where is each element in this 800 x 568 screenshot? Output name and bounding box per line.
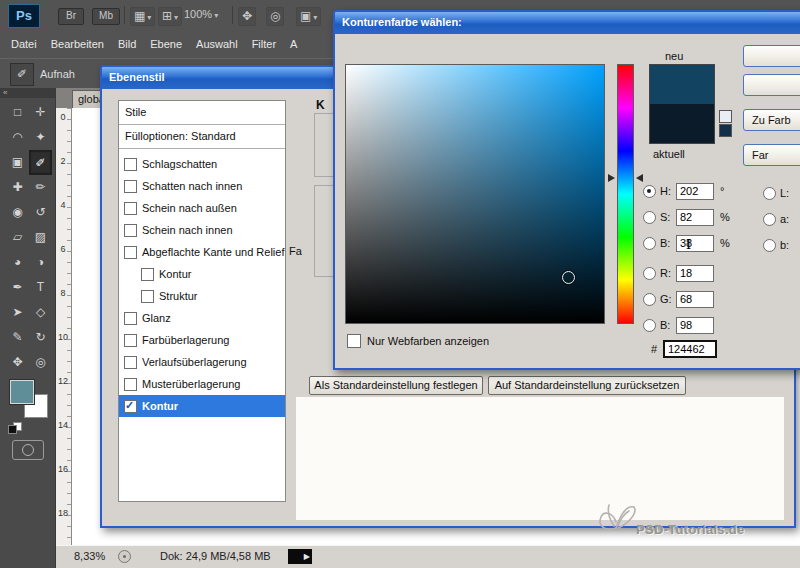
- menu-bild[interactable]: Bild: [111, 38, 143, 50]
- tool-pen[interactable]: ✒: [6, 275, 29, 300]
- minibridge-button[interactable]: Mb: [92, 8, 120, 25]
- hue-slider[interactable]: [617, 64, 634, 324]
- grid-guides-icon[interactable]: ⊞: [158, 7, 182, 26]
- hand-tool-icon[interactable]: ✥: [238, 7, 256, 26]
- checkbox-checked[interactable]: [124, 400, 137, 413]
- web-safe-color-chip[interactable]: [719, 124, 732, 137]
- make-default-button[interactable]: Als Standardeinstellung festlegen: [309, 376, 483, 395]
- style-item-kontur[interactable]: Kontur: [119, 395, 285, 417]
- saturation-input[interactable]: [676, 209, 714, 226]
- checkbox[interactable]: [141, 268, 154, 281]
- hue-input[interactable]: [676, 183, 714, 200]
- style-item-schein-nach-aussen[interactable]: Schein nach außen: [119, 197, 285, 219]
- style-item-schlagschatten[interactable]: Schlagschatten: [119, 153, 285, 175]
- ok-button[interactable]: [743, 45, 800, 67]
- tool-blur[interactable]: ◕: [6, 250, 29, 275]
- checkbox[interactable]: [124, 378, 137, 391]
- brightness-input[interactable]: [676, 235, 714, 252]
- view-extras-icon[interactable]: ▦: [130, 7, 155, 26]
- zoom-tool-icon[interactable]: ◎: [266, 7, 284, 26]
- color-field-marker[interactable]: [562, 271, 575, 284]
- lab-b-radio[interactable]: [763, 239, 776, 252]
- style-item-abgeflachte-kante[interactable]: Abgeflachte Kante und Relief: [119, 241, 285, 263]
- checkbox[interactable]: [141, 290, 154, 303]
- status-popup-arrow[interactable]: [288, 549, 312, 564]
- style-item-kontur-sub[interactable]: Kontur: [119, 263, 285, 285]
- checkbox[interactable]: [124, 202, 137, 215]
- saturation-brightness-field[interactable]: [345, 64, 605, 324]
- blending-options-item[interactable]: Fülloptionen: Standard: [119, 125, 285, 149]
- cancel-button[interactable]: [743, 74, 800, 96]
- tool-eraser[interactable]: ▱: [6, 225, 29, 250]
- green-radio[interactable]: [643, 293, 656, 306]
- checkbox[interactable]: [124, 356, 137, 369]
- checkbox[interactable]: [124, 246, 137, 259]
- saturation-radio[interactable]: [643, 211, 656, 224]
- style-item-glanz[interactable]: Glanz: [119, 307, 285, 329]
- blue-input[interactable]: [676, 317, 714, 334]
- checkbox[interactable]: [124, 334, 137, 347]
- green-input[interactable]: [676, 291, 714, 308]
- tool-brush[interactable]: ✏: [29, 175, 52, 200]
- tool-type[interactable]: T: [29, 275, 52, 300]
- tool-shape[interactable]: ◇: [29, 300, 52, 325]
- tool-hand[interactable]: ✥: [6, 350, 29, 375]
- tool-lasso[interactable]: ◠: [6, 125, 29, 150]
- tool-eyedropper[interactable]: ✐: [29, 150, 52, 175]
- panel-collapse-icon[interactable]: «: [0, 88, 55, 98]
- add-to-swatches-button[interactable]: Zu Farb: [743, 109, 800, 131]
- checkbox[interactable]: [124, 312, 137, 325]
- zoom-level-field[interactable]: 100%: [184, 8, 218, 20]
- menu-auswahl[interactable]: Auswahl: [189, 38, 245, 50]
- checkbox[interactable]: [124, 180, 137, 193]
- brightness-radio[interactable]: [643, 237, 656, 250]
- color-picker-title[interactable]: Konturenfarbe wählen:: [335, 12, 800, 34]
- tool-quick-selection[interactable]: ✦: [29, 125, 52, 150]
- color-libraries-button[interactable]: Far: [743, 144, 800, 166]
- tool-crop[interactable]: ▣: [6, 150, 29, 175]
- lab-l-radio[interactable]: [763, 187, 776, 200]
- menu-ebene[interactable]: Ebene: [143, 38, 189, 50]
- quick-mask-button[interactable]: [12, 440, 44, 460]
- red-input[interactable]: [676, 265, 714, 282]
- tool-path-selection[interactable]: ➤: [6, 300, 29, 325]
- hex-input[interactable]: [663, 340, 717, 358]
- hue-slider-arrow-left[interactable]: [608, 174, 615, 182]
- arrange-documents-icon[interactable]: ▣: [296, 7, 321, 26]
- tool-gradient[interactable]: ▨: [29, 225, 52, 250]
- menu-analyse-cut[interactable]: A: [283, 38, 304, 50]
- style-item-schein-nach-innen[interactable]: Schein nach innen: [119, 219, 285, 241]
- lab-a-radio[interactable]: [763, 213, 776, 226]
- menu-datei[interactable]: Datei: [4, 38, 44, 50]
- reset-default-button[interactable]: Auf Standardeinstellung zurücksetzen: [488, 376, 686, 395]
- style-item-verlaufsueberlagerung[interactable]: Verlaufsüberlagerung: [119, 351, 285, 373]
- menu-filter[interactable]: Filter: [245, 38, 283, 50]
- web-colors-checkbox[interactable]: [347, 334, 361, 348]
- foreground-color-swatch[interactable]: [10, 380, 34, 404]
- style-item-farbueberlagerung[interactable]: Farbüberlagerung: [119, 329, 285, 351]
- blue-radio[interactable]: [643, 319, 656, 332]
- checkbox[interactable]: [124, 224, 137, 237]
- tool-zoom[interactable]: ◎: [29, 350, 52, 375]
- statusbar-zoom-field[interactable]: 8,33%: [74, 550, 105, 562]
- tool-notes[interactable]: ✎: [6, 325, 29, 350]
- out-of-web-gamut-cube-icon[interactable]: [719, 110, 732, 123]
- tool-rectangular-marquee[interactable]: □: [6, 100, 29, 125]
- hue-slider-arrow-right[interactable]: [636, 174, 643, 182]
- hue-radio[interactable]: [643, 185, 656, 198]
- style-item-musterueberlagerung[interactable]: Musterüberlagerung: [119, 373, 285, 395]
- tool-history-brush[interactable]: ↺: [29, 200, 52, 225]
- current-color-swatch[interactable]: [650, 104, 714, 143]
- tool-move[interactable]: ✛: [29, 100, 52, 125]
- menu-bearbeiten[interactable]: Bearbeiten: [44, 38, 111, 50]
- checkbox[interactable]: [124, 158, 137, 171]
- tool-clone-stamp[interactable]: ◉: [6, 200, 29, 225]
- tool-dodge[interactable]: ◑: [29, 250, 52, 275]
- styles-header[interactable]: Stile: [119, 101, 285, 125]
- style-item-struktur-sub[interactable]: Struktur: [119, 285, 285, 307]
- red-radio[interactable]: [643, 267, 656, 280]
- document-size-info[interactable]: Dok: 24,9 MB/4,58 MB: [160, 550, 271, 562]
- bridge-button[interactable]: Br: [58, 8, 84, 25]
- tool-healing-brush[interactable]: ✚: [6, 175, 29, 200]
- style-item-schatten-nach-innen[interactable]: Schatten nach innen: [119, 175, 285, 197]
